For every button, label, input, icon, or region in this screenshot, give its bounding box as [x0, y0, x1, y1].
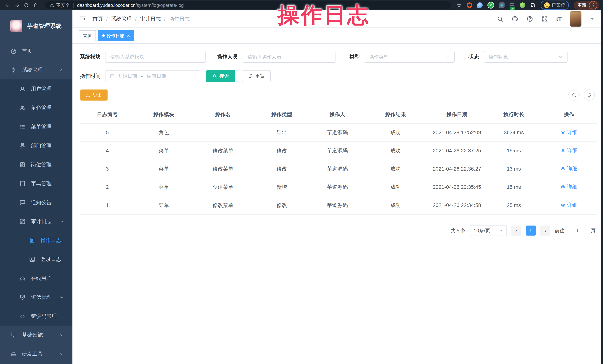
detail-link[interactable]: 详细 [560, 202, 578, 209]
status-label: 状态 [469, 53, 479, 60]
show-search-button[interactable] [568, 89, 580, 101]
goto-page-input[interactable] [569, 225, 586, 236]
type-label: 类型 [349, 53, 360, 60]
current-page-button[interactable]: 1 [526, 226, 536, 236]
sidebar-item-6[interactable]: 岗位管理 [0, 155, 72, 174]
search-icon[interactable] [497, 16, 503, 22]
sidebar-item-7[interactable]: 字典管理 [0, 174, 72, 193]
sidebar-scrollbar[interactable] [7, 79, 7, 326]
extension-icon[interactable]: V [487, 2, 494, 9]
extension-icon[interactable] [477, 2, 483, 8]
type-select-placeholder: 操作类型 [369, 54, 388, 60]
chevron-down-icon [445, 54, 450, 59]
sidebar-item-0[interactable]: 首页 [0, 42, 72, 61]
detail-link[interactable]: 详细 [560, 147, 578, 154]
cell-name: 创建菜单 [193, 178, 253, 196]
browser-menu-icon[interactable] [589, 1, 597, 10]
breadcrumb-separator: / [135, 16, 137, 22]
detail-label: 详细 [567, 147, 578, 154]
table-tools [568, 89, 597, 101]
calendar-icon [110, 74, 115, 79]
caret-down-icon[interactable] [590, 16, 595, 22]
menu-fold-icon[interactable] [79, 15, 86, 23]
extension-icon[interactable] [520, 2, 525, 8]
export-button[interactable]: 导出 [80, 89, 108, 101]
avatar[interactable] [570, 11, 581, 27]
dashboard-icon [11, 48, 17, 54]
sidebar-item-8[interactable]: 通知公告 [0, 193, 72, 212]
breadcrumb-item[interactable]: 系统管理 [111, 15, 132, 22]
sidebar-item-label: 基础设施 [22, 331, 43, 339]
fullscreen-icon[interactable] [541, 16, 548, 22]
sidebar-item-4[interactable]: 菜单管理 [0, 117, 72, 136]
github-icon[interactable] [512, 16, 518, 22]
type-select[interactable]: 操作类型 [365, 51, 455, 63]
home-icon[interactable] [32, 1, 40, 9]
module-input[interactable] [105, 51, 206, 63]
prev-page-button[interactable]: ‹ [511, 226, 521, 236]
table-row: 1菜单修改菜单修改芋道源码成功2021-04-26 22:34:5825 ms详… [80, 196, 597, 214]
view-tag-0[interactable]: 首页 [79, 30, 96, 41]
next-page-button[interactable]: › [540, 226, 550, 236]
date-range-picker[interactable]: 开始日期 - 结束日期 [105, 70, 199, 82]
reset-button[interactable]: 重置 [242, 70, 271, 82]
refresh-table-button[interactable] [584, 89, 595, 101]
sidebar-item-13[interactable]: 短信管理 [0, 288, 72, 307]
tag-close-icon[interactable]: × [127, 33, 130, 38]
table-body: 5角色导出芋道源码成功2021-04-28 17:52:093634 ms详细4… [80, 123, 597, 214]
status-select[interactable]: 操作状态 [484, 51, 568, 63]
chevron-down-icon [59, 295, 64, 300]
cell-action: 详细 [540, 160, 597, 178]
update-button[interactable]: 更新 [577, 2, 586, 8]
extension-icon[interactable]: on [509, 2, 515, 8]
extension-icon[interactable] [467, 2, 472, 8]
breadcrumb-item[interactable]: 首页 [93, 15, 103, 22]
search-button[interactable]: 搜索 [206, 70, 235, 82]
detail-link[interactable]: 详细 [560, 165, 578, 172]
sidebar-item-5[interactable]: 部门管理 [0, 136, 72, 155]
sidebar-item-3[interactable]: 角色管理 [0, 98, 72, 117]
window-scrollbar-track[interactable] [601, 11, 603, 364]
sidebar-item-11[interactable]: 登录日志 [0, 250, 72, 269]
detail-link[interactable]: 详细 [560, 183, 578, 190]
forward-icon[interactable] [13, 1, 21, 9]
cell-date: 2021-04-26 22:37:25 [427, 142, 487, 160]
sidebar-item-10[interactable]: 操作日志 [0, 231, 72, 250]
sidebar-item-14[interactable]: 错误码管理 [0, 307, 72, 326]
bookmark-star-icon[interactable] [456, 2, 462, 8]
font-size-icon[interactable]: tT [556, 16, 562, 22]
paused-extension-pill[interactable]: 已暂停 [541, 0, 569, 10]
breadcrumb-item[interactable]: 审计日志 [140, 15, 161, 22]
cell-module: 菜单 [135, 142, 193, 160]
operator-input[interactable] [243, 51, 336, 63]
sidebar-item-15[interactable]: 基础设施 [0, 326, 72, 344]
sidebar-item-16[interactable]: 研发工具 [0, 344, 72, 364]
cell-result: 成功 [364, 123, 427, 142]
column-header: 操作模块 [135, 106, 193, 123]
sidebar-item-label: 系统管理 [22, 66, 43, 74]
tag-active-dot [102, 34, 105, 37]
detail-link[interactable]: 详细 [560, 129, 578, 136]
help-icon[interactable] [526, 16, 533, 22]
shield-icon [19, 294, 26, 300]
detail-label: 详细 [567, 129, 578, 136]
emoji-extension-icon [544, 2, 550, 8]
page-size-select[interactable]: 10条/页 [470, 225, 507, 236]
reload-icon[interactable] [22, 1, 30, 9]
address-bar[interactable]: 不安全 dashboard.yudao.iocoder.cn/system/lo… [45, 1, 451, 9]
extension-icon[interactable] [499, 2, 505, 8]
browser-window: 不安全 dashboard.yudao.iocoder.cn/system/lo… [0, 0, 603, 364]
sidebar-item-2[interactable]: 用户管理 [0, 79, 72, 98]
id-badge-icon [19, 162, 26, 168]
eye-icon [560, 166, 566, 171]
search-button-label: 搜索 [219, 73, 229, 79]
table-row: 3菜单修改菜单修改芋道源码成功2021-04-26 22:36:2713 ms详… [80, 160, 597, 178]
sidebar-item-9[interactable]: 审计日志 [0, 212, 72, 231]
sidebar-menu: 首页系统管理用户管理角色管理菜单管理部门管理岗位管理字典管理通知公告审计日志操作… [0, 42, 72, 364]
extensions-puzzle-icon[interactable] [530, 2, 536, 8]
sidebar-item-1[interactable]: 系统管理 [0, 61, 72, 79]
view-tag-1[interactable]: 操作日志× [98, 30, 134, 41]
cell-date: 2021-04-26 22:34:58 [427, 196, 487, 214]
sidebar-item-12[interactable]: 在线用户 [0, 269, 72, 288]
back-icon[interactable] [4, 1, 12, 9]
